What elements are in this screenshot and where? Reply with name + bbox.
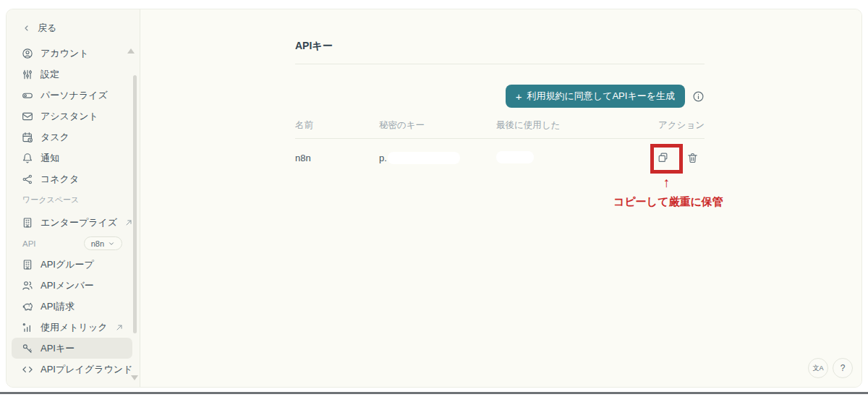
sidebar-item-label: 通知 — [41, 152, 59, 165]
sidebar-item-label: エンタープライズ — [41, 216, 117, 229]
sidebar-item-label: APIプレイグラウンド — [41, 363, 132, 376]
sidebar-item-label: パーソナライズ — [41, 89, 108, 102]
title-divider — [295, 64, 705, 64]
toolbar: + 利用規約に同意してAPIキーを生成 — [295, 85, 705, 108]
signal-chart-icon — [22, 322, 33, 333]
plus-icon: + — [516, 91, 522, 102]
help-button[interactable]: ? — [833, 358, 853, 378]
secret-key-prefix: p. — [379, 153, 387, 163]
page-title: APIキー — [295, 40, 705, 53]
main-panel: APIキー + 利用規約に同意してAPIキーを生成 名前 秘密のキー 最後に使用… — [140, 9, 861, 387]
mail-icon — [22, 111, 33, 122]
piggy-bank-icon — [22, 301, 33, 312]
sidebar-item-label: タスク — [41, 131, 69, 144]
redacted-secret-key — [388, 152, 460, 164]
api-key-secret-cell: p. — [379, 152, 496, 164]
api-section-header: API n8n — [7, 233, 140, 254]
external-link-icon — [115, 323, 124, 332]
info-icon[interactable] — [692, 90, 705, 103]
sidebar-scroll-down-arrow[interactable] — [131, 375, 138, 380]
sidebar-item-assistant[interactable]: アシスタント — [12, 106, 132, 127]
redacted-last-used — [496, 151, 534, 163]
building-icon — [22, 217, 33, 229]
sidebar-item-api-playground[interactable]: APIプレイグラウンド — [12, 359, 132, 380]
generate-api-key-button[interactable]: + 利用規約に同意してAPIキーを生成 — [506, 85, 685, 108]
users-icon — [22, 280, 33, 291]
back-label: 戻る — [38, 22, 56, 35]
sidebar-item-label: アシスタント — [41, 110, 98, 123]
annotation-arrow-up: ↑ — [650, 175, 683, 192]
chevron-left-icon — [22, 24, 31, 33]
sidebar-item-notifications[interactable]: 通知 — [12, 148, 132, 168]
sidebar-item-label: APIキー — [41, 342, 75, 355]
question-icon: ? — [841, 363, 846, 373]
api-key-name-cell: n8n — [295, 153, 379, 163]
toggle-icon — [22, 90, 33, 101]
bell-icon — [22, 153, 33, 164]
generate-api-key-label: 利用規約に同意してAPIキーを生成 — [527, 90, 675, 103]
column-header-actions: アクション — [632, 119, 705, 132]
table-row: n8n p. — [295, 139, 705, 176]
sidebar-item-usage-metrics[interactable]: 使用メトリック — [12, 317, 132, 338]
code-icon — [22, 364, 33, 375]
window-bottom-edge — [0, 392, 868, 394]
sidebar-item-api-billing[interactable]: API請求 — [12, 296, 132, 317]
table-header-row: 名前 秘密のキー 最後に使用した アクション — [295, 119, 705, 139]
column-header-last-used: 最後に使用した — [496, 119, 632, 132]
sidebar-item-api-members[interactable]: APIメンバー — [12, 275, 132, 296]
sidebar-item-enterprise[interactable]: エンタープライズ — [12, 212, 132, 233]
sidebar-item-label: APIグループ — [41, 258, 94, 271]
sidebar-item-settings[interactable]: 設定 — [12, 64, 132, 85]
sidebar-item-tasks[interactable]: タスク — [12, 127, 132, 148]
share-nodes-icon — [22, 174, 33, 185]
sidebar-scroll-up-arrow[interactable] — [127, 48, 135, 54]
sidebar-scrollbar-thumb[interactable] — [133, 75, 137, 333]
chevron-down-icon — [108, 240, 115, 247]
user-circle-icon — [22, 48, 33, 59]
key-icon — [22, 343, 33, 354]
sliders-icon — [22, 69, 33, 80]
building-icon — [22, 259, 33, 270]
back-button[interactable]: 戻る — [7, 20, 140, 37]
workspace-section-label: ワークスペース — [7, 192, 140, 208]
api-scope-value: n8n — [91, 239, 104, 248]
last-used-cell — [496, 150, 632, 166]
sidebar: 戻る アカウント 設定 パーソナライズ — [7, 9, 140, 387]
sidebar-item-label: アカウント — [41, 47, 89, 60]
api-keys-content: APIキー + 利用規約に同意してAPIキーを生成 名前 秘密のキー 最後に使用… — [295, 40, 705, 176]
translate-icon: 文A — [812, 364, 823, 373]
sidebar-nav: アカウント 設定 パーソナライズ アシスタント — [7, 43, 140, 380]
sidebar-item-connectors[interactable]: コネクタ — [12, 168, 132, 189]
sidebar-item-label: API請求 — [41, 300, 75, 313]
sidebar-item-personalize[interactable]: パーソナライズ — [12, 85, 132, 106]
api-scope-selector[interactable]: n8n — [84, 236, 122, 250]
translate-button[interactable]: 文A — [808, 358, 828, 378]
sidebar-item-account[interactable]: アカウント — [12, 43, 132, 64]
sidebar-item-label: APIメンバー — [41, 279, 94, 292]
annotation-caption: コピーして厳重に保管 — [600, 195, 737, 209]
row-actions-cell — [632, 151, 705, 164]
api-section-label: API — [22, 239, 36, 248]
sidebar-item-label: 設定 — [41, 68, 59, 81]
calendar-icon — [22, 132, 33, 143]
sidebar-item-api-keys[interactable]: APIキー — [12, 338, 132, 359]
sidebar-item-api-groups[interactable]: APIグループ — [12, 254, 132, 275]
sidebar-item-label: 使用メトリック — [41, 321, 108, 334]
delete-icon[interactable] — [686, 151, 699, 164]
column-header-secret-key: 秘密のキー — [379, 119, 496, 132]
sidebar-item-label: コネクタ — [41, 173, 79, 186]
copy-icon[interactable] — [656, 151, 669, 164]
settings-window: 戻る アカウント 設定 パーソナライズ — [6, 9, 862, 388]
column-header-name: 名前 — [295, 119, 379, 132]
external-link-icon — [124, 218, 133, 227]
